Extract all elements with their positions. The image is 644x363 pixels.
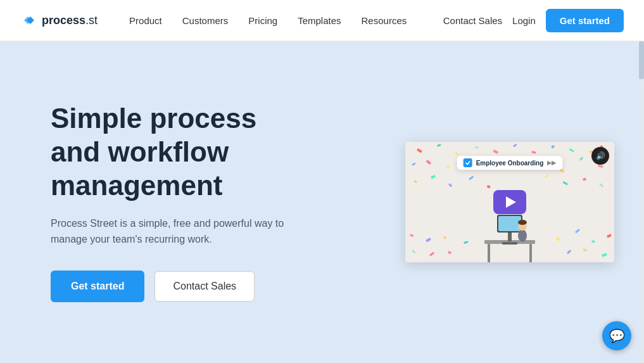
svg-rect-50 [498, 216, 521, 231]
svg-rect-21 [414, 180, 417, 183]
svg-rect-23 [448, 183, 452, 187]
hero-visual: Employee Onboarding ▶▶ 🔊 [405, 142, 614, 262]
svg-rect-13 [446, 166, 450, 169]
scrollbar-hero [639, 41, 644, 363]
svg-rect-44 [488, 243, 490, 262]
svg-point-51 [518, 229, 527, 242]
nav-templates[interactable]: Templates [289, 10, 350, 31]
svg-rect-12 [426, 160, 431, 165]
svg-rect-7 [551, 144, 555, 148]
svg-rect-30 [410, 234, 414, 237]
play-icon [506, 196, 516, 208]
scrollbar-thumb-hero[interactable] [639, 41, 644, 79]
play-button[interactable] [493, 190, 526, 214]
sound-icon: 🔊 [596, 151, 605, 160]
svg-rect-34 [556, 237, 560, 241]
hero-subtitle: Process Street is a simple, free and pow… [51, 215, 291, 248]
get-started-button-nav[interactable]: Get started [546, 9, 624, 32]
svg-rect-33 [464, 241, 469, 244]
hero-buttons: Get started Contact Sales [51, 271, 380, 302]
hero-content: Simple process and workflow management P… [51, 102, 380, 302]
svg-rect-11 [412, 162, 416, 165]
svg-rect-24 [469, 175, 474, 180]
svg-rect-42 [583, 248, 588, 252]
svg-rect-29 [599, 183, 603, 188]
contact-sales-link[interactable]: Contact Sales [443, 15, 502, 26]
svg-rect-25 [487, 185, 491, 188]
svg-rect-26 [545, 174, 548, 178]
chat-fab-icon: 💬 [609, 328, 625, 343]
svg-rect-43 [602, 253, 607, 257]
svg-rect-3 [475, 146, 479, 149]
chat-fab[interactable]: 💬 [602, 321, 631, 350]
svg-rect-27 [563, 181, 568, 186]
svg-rect-39 [429, 252, 434, 256]
svg-rect-19 [579, 156, 583, 161]
hero-section: Simple process and workflow management P… [0, 41, 644, 363]
nav-links: Product Customers Pricing Templates Reso… [120, 10, 443, 31]
contact-sales-button-hero[interactable]: Contact Sales [155, 271, 255, 302]
video-container[interactable]: Employee Onboarding ▶▶ 🔊 [405, 142, 614, 262]
svg-rect-22 [431, 175, 436, 179]
svg-rect-45 [529, 243, 532, 262]
svg-rect-41 [567, 250, 571, 254]
nav-right: Contact Sales Login Get started [443, 9, 624, 32]
sound-button[interactable]: 🔊 [591, 147, 609, 165]
logo[interactable]: process.st [20, 11, 98, 29]
svg-rect-8 [569, 148, 574, 153]
navbar: process.st Product Customers Pricing Tem… [0, 0, 644, 41]
logo-icon [20, 11, 38, 29]
svg-rect-35 [575, 229, 580, 233]
onboarding-label: Employee Onboarding ▶▶ [457, 156, 563, 170]
get-started-button-hero[interactable]: Get started [51, 271, 144, 302]
login-link[interactable]: Login [512, 15, 536, 26]
svg-rect-28 [583, 177, 586, 181]
brand-name: process.st [42, 14, 98, 27]
hero-title: Simple process and workflow management [51, 102, 380, 202]
nav-customers[interactable]: Customers [174, 10, 237, 31]
svg-rect-4 [493, 150, 498, 154]
svg-rect-40 [448, 251, 451, 254]
nav-product[interactable]: Product [120, 10, 171, 31]
svg-rect-2 [455, 151, 459, 156]
svg-rect-31 [426, 238, 431, 242]
svg-rect-20 [598, 165, 603, 168]
svg-point-53 [518, 220, 527, 225]
svg-rect-32 [443, 236, 447, 239]
svg-rect-0 [417, 148, 422, 153]
svg-rect-1 [437, 144, 441, 147]
label-icon [464, 158, 472, 167]
nav-pricing[interactable]: Pricing [239, 10, 286, 31]
svg-rect-37 [607, 234, 612, 238]
svg-rect-6 [531, 151, 536, 154]
nav-resources[interactable]: Resources [353, 10, 416, 31]
svg-rect-38 [412, 250, 416, 253]
svg-rect-5 [513, 144, 517, 148]
svg-rect-48 [502, 242, 517, 245]
svg-rect-36 [591, 240, 595, 243]
